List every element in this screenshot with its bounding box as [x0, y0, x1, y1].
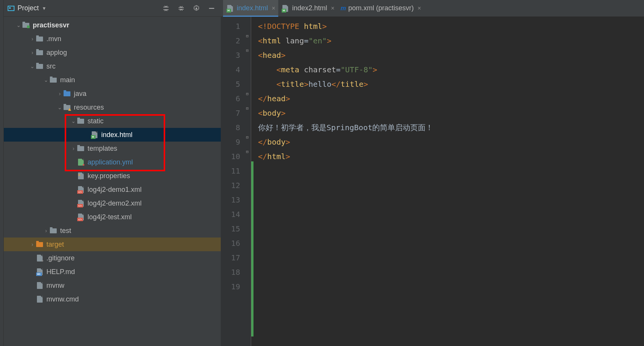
tree-node-file[interactable]: log4j2-demo2.xml: [4, 196, 221, 210]
tool-window-stripe[interactable]: [0, 0, 4, 346]
line-number: 18: [221, 265, 251, 279]
fold-icon[interactable]: ⊟: [246, 135, 249, 140]
tree-label: application.yml: [88, 158, 133, 166]
tree-node-file[interactable]: key.properties: [4, 169, 221, 183]
line-number: 13: [221, 193, 251, 207]
line-number: 4: [221, 62, 251, 77]
tree-node-folder[interactable]: ⌄static: [4, 114, 221, 128]
chevron-right-icon[interactable]: ›: [43, 228, 49, 234]
tree-node-folder[interactable]: ⌄main: [4, 73, 221, 87]
settings-button[interactable]: [191, 3, 202, 14]
tree-label: .gitignore: [46, 254, 75, 262]
line-number: 5: [221, 77, 251, 91]
fold-icon[interactable]: ⊟: [246, 106, 249, 111]
svg-point-0: [196, 7, 198, 9]
project-tree[interactable]: ⌄practisesvr ›.mvn ›applog ⌄src ⌄main ›j…: [4, 17, 221, 346]
chevron-right-icon[interactable]: ›: [29, 49, 36, 56]
close-icon[interactable]: ×: [331, 5, 334, 12]
maven-file-icon: m: [341, 5, 346, 12]
tree-node-folder[interactable]: ›templates: [4, 142, 221, 155]
tree-label: src: [46, 62, 56, 70]
close-icon[interactable]: ×: [272, 5, 275, 12]
code-line: <head>: [251, 48, 644, 62]
line-number: 1: [221, 19, 251, 33]
html-file-icon: [226, 5, 234, 11]
expand-all-button[interactable]: [161, 3, 171, 14]
tree-label: log4j2-demo2.xml: [88, 199, 142, 207]
close-icon[interactable]: ×: [418, 5, 421, 12]
tree-label: java: [74, 90, 86, 98]
tree-node-folder[interactable]: ⌄src: [4, 59, 221, 73]
tree-node-folder[interactable]: ›target: [4, 238, 221, 251]
tree-node-file[interactable]: log4j2-demo1.xml: [4, 183, 221, 196]
tree-label: HELP.md: [46, 268, 75, 276]
editor-tab[interactable]: m pom.xml (practisesvr) ×: [338, 0, 424, 17]
tab-label: index.html: [237, 4, 268, 12]
gutter[interactable]: 1 2 3 4 5 6 7 8 9 10 11 12 13 14 15 16 1…: [221, 17, 251, 346]
project-icon: [8, 6, 14, 11]
code-content[interactable]: <!DOCTYPE html> <html lang="en"> <head> …: [251, 17, 644, 346]
chevron-down-icon[interactable]: ⌄: [15, 22, 22, 28]
chevron-right-icon[interactable]: ›: [29, 36, 36, 42]
code-line: <title>hello</title>: [251, 77, 644, 91]
editor-tabs: index.html × index2.html × m pom.xml (pr…: [221, 0, 644, 17]
code-line: 你好！初学者，我是SpringBoot的简单启动页面！: [251, 120, 644, 135]
chevron-right-icon[interactable]: ›: [70, 145, 77, 151]
tree-label: log4j2-demo1.xml: [88, 186, 142, 194]
tree-label: templates: [88, 145, 117, 153]
project-panel-header: Project ▼: [4, 0, 221, 17]
tree-node-file[interactable]: HELP.md: [4, 265, 221, 279]
fold-icon[interactable]: ⊟: [246, 33, 249, 38]
collapse-all-button[interactable]: [176, 3, 187, 14]
change-marker: [251, 161, 253, 336]
tree-node-folder[interactable]: ›test: [4, 224, 221, 238]
line-number: 19: [221, 279, 251, 294]
tree-node-file[interactable]: .gitignore: [4, 251, 221, 265]
chevron-right-icon[interactable]: ›: [29, 241, 36, 247]
tree-node-folder[interactable]: ›applog: [4, 46, 221, 59]
tree-label: main: [60, 76, 75, 84]
chevron-down-icon[interactable]: ▼: [42, 6, 46, 11]
chevron-down-icon[interactable]: ⌄: [56, 104, 63, 110]
tree-label: static: [88, 117, 104, 125]
code-line: <body>: [251, 106, 644, 120]
fold-icon[interactable]: ⊟: [246, 91, 249, 96]
tree-node-folder[interactable]: ›java: [4, 87, 221, 100]
tree-node-root[interactable]: ⌄practisesvr: [4, 18, 221, 32]
line-number: 8: [221, 120, 251, 135]
html-file-icon: [281, 5, 289, 11]
tree-node-file-selected[interactable]: index.html: [4, 128, 221, 142]
tree-label: key.properties: [88, 172, 130, 180]
code-line: </html>: [251, 149, 644, 164]
editor-area: index.html × index2.html × m pom.xml (pr…: [221, 0, 644, 346]
tree-label: mvnw.cmd: [46, 295, 79, 303]
code-line: <html lang="en">: [251, 33, 644, 48]
chevron-down-icon[interactable]: ⌄: [43, 77, 49, 83]
tree-node-folder[interactable]: ›.mvn: [4, 32, 221, 46]
code-editor[interactable]: 1 2 3 4 5 6 7 8 9 10 11 12 13 14 15 16 1…: [221, 17, 644, 346]
tree-label: practisesvr: [33, 21, 69, 29]
tree-node-file[interactable]: application.yml: [4, 155, 221, 169]
tree-node-file[interactable]: mvnw: [4, 279, 221, 292]
chevron-down-icon[interactable]: ⌄: [29, 63, 36, 69]
tree-label: test: [60, 227, 71, 235]
chevron-right-icon[interactable]: ›: [56, 91, 63, 97]
chevron-down-icon[interactable]: ⌄: [70, 118, 77, 124]
tree-label: log4j2-test.xml: [88, 213, 132, 221]
line-number: 17: [221, 250, 251, 265]
editor-tab[interactable]: index2.html ×: [278, 0, 337, 17]
fold-icon[interactable]: ⊟: [246, 149, 249, 154]
fold-icon[interactable]: ⊟: [246, 48, 249, 53]
tree-node-file[interactable]: log4j2-test.xml: [4, 210, 221, 224]
hide-button[interactable]: [206, 3, 217, 14]
line-number: 12: [221, 178, 251, 193]
editor-tab-active[interactable]: index.html ×: [223, 0, 278, 17]
tree-node-folder[interactable]: ⌄resources: [4, 100, 221, 114]
tree-label: index.html: [101, 131, 132, 139]
tree-label: .mvn: [46, 35, 61, 43]
tree-label: resources: [74, 104, 104, 112]
code-line: </head>: [251, 91, 644, 106]
project-panel-title[interactable]: Project: [18, 4, 39, 12]
tree-node-file[interactable]: mvnw.cmd: [4, 292, 221, 306]
code-line: <!DOCTYPE html>: [251, 19, 644, 33]
